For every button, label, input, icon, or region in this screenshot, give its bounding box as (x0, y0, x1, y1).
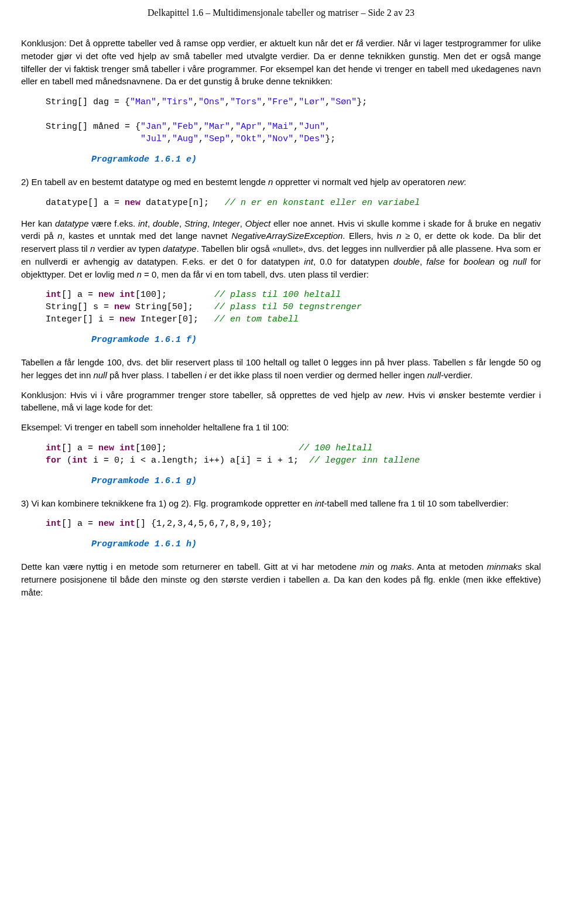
paragraph-6: Eksempel: Vi trenger en tabell som inneh… (21, 421, 541, 434)
code-block-e: String[] dag = {"Man","Tirs","Ons","Tors… (35, 96, 541, 145)
code-block-h: int[] a = new int[] {1,2,3,4,5,6,7,8,9,1… (35, 518, 541, 530)
code-caption-f: Programkode 1.6.1 f) (91, 334, 541, 347)
paragraph-5: Konklusjon: Hvis vi i våre programmer tr… (21, 389, 541, 415)
code-block-f: int[] a = new int[100]; // plass til 100… (35, 289, 541, 326)
paragraph-7: 3) Vi kan kombinere teknikkene fra 1) og… (21, 497, 541, 510)
paragraph-2: 2) En tabell av en bestemt datatype og m… (21, 176, 541, 189)
code-caption-e: Programkode 1.6.1 e) (91, 153, 541, 166)
paragraph-8: Dette kan være nyttig i en metode som re… (21, 560, 541, 598)
paragraph-4: Tabellen a får lengde 100, dvs. det blir… (21, 356, 541, 382)
code-block-datatype: datatype[] a = new datatype[n]; // n er … (35, 197, 541, 209)
paragraph-conclusion-1: Konklusjon: Det å opprette tabeller ved … (21, 37, 541, 88)
code-caption-g: Programkode 1.6.1 g) (91, 475, 541, 488)
code-block-g: int[] a = new int[100]; // 100 heltall f… (35, 442, 541, 467)
page-header: Delkapittel 1.6 – Multidimensjonale tabe… (21, 6, 541, 19)
code-caption-h: Programkode 1.6.1 h) (91, 538, 541, 551)
paragraph-3: Her kan datatype være f.eks. int, double… (21, 217, 541, 281)
